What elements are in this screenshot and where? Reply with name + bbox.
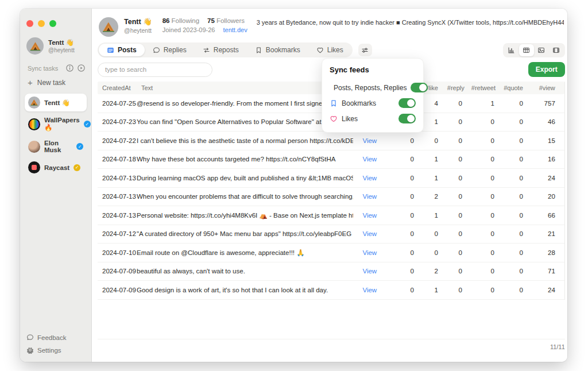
heart-pink-icon [330, 115, 338, 123]
view-image-button[interactable] [534, 44, 549, 56]
cell-view: 20 [532, 193, 564, 200]
cell-quote: 0 [504, 100, 532, 107]
syncx-app-window: Tentt 👋 @heytentt Sync tasks + New task … [20, 9, 567, 362]
pagination: 11/11 [98, 339, 565, 350]
close-window-button[interactable] [26, 20, 33, 27]
cell-bookmark: 0 [386, 230, 423, 237]
cell-quote: 0 [504, 268, 532, 275]
search-input[interactable] [98, 63, 212, 77]
cell-retweet: 0 [471, 268, 504, 275]
view-link[interactable]: View [353, 230, 386, 237]
cell-retweet: 0 [471, 137, 504, 144]
cell-text: Why have these bot accounts targeted me?… [137, 156, 353, 163]
cell-retweet: 0 [471, 175, 504, 181]
cell-view: 28 [532, 249, 564, 256]
tab-label: Reposts [214, 46, 239, 54]
cell-like: 1 [423, 118, 447, 125]
view-link[interactable]: View [353, 249, 386, 256]
cell-created-at: 2024-07-13 [98, 193, 137, 200]
profile-handle: @heytentt [124, 27, 152, 34]
cell-text: During learning macOS app dev, built and… [137, 175, 353, 181]
cell-created-at: 2024-07-12 [98, 230, 137, 237]
cell-bookmark: 0 [386, 212, 423, 219]
cell-view: 71 [532, 268, 564, 275]
view-link[interactable]: View [353, 137, 386, 144]
table-row: 2024-07-12"A curated directory of 950+ M… [98, 225, 564, 244]
cell-reply: 0 [447, 193, 471, 200]
cell-retweet: 0 [471, 249, 504, 256]
view-link[interactable]: View [353, 212, 386, 219]
sidebar-profile: Tentt 👋 @heytentt [26, 37, 87, 55]
cell-retweet: 0 [471, 118, 504, 125]
feedback-button[interactable]: Feedback [26, 334, 67, 341]
tab-bookmarks[interactable]: Bookmarks [247, 44, 308, 56]
website-link[interactable]: tentt.dev [223, 26, 247, 33]
view-link[interactable]: View [353, 193, 386, 200]
sync-task-raycast[interactable]: Raycast✓ [25, 159, 87, 176]
zoom-window-button[interactable] [49, 20, 56, 27]
sync-task-tentt[interactable]: Tentt 👋 [25, 94, 87, 111]
user-avatar [26, 37, 44, 55]
view-switcher [503, 43, 565, 57]
chart-view-icon [508, 47, 515, 54]
cell-created-at: 2024-07-25 [98, 100, 137, 107]
tab-reposts[interactable]: Reposts [195, 44, 247, 56]
tab-posts[interactable]: Posts [99, 44, 145, 56]
view-link[interactable]: View [353, 268, 386, 275]
cell-retweet: 0 [471, 287, 504, 293]
bookmark-blue-icon [330, 99, 338, 107]
sidebar: Tentt 👋 @heytentt Sync tasks + New task … [20, 9, 92, 362]
sync-feed-label: Posts, Reposts, Replies [334, 84, 407, 92]
view-link[interactable]: View [353, 156, 386, 163]
cell-text: @resend is so developer-friendly. From t… [137, 100, 353, 107]
cell-view: 16 [532, 156, 564, 163]
view-chart-button[interactable] [504, 44, 519, 56]
new-task-button[interactable]: + New task [28, 78, 86, 87]
view-table-button[interactable] [519, 44, 534, 56]
tab-likes[interactable]: Likes [308, 44, 351, 56]
cell-like: 1 [423, 212, 447, 219]
toolbar: PostsRepliesRepostsBookmarksLikes [98, 42, 565, 57]
sidebar-profile-name: Tentt 👋 [48, 38, 75, 47]
sync-feeds-filter-button[interactable] [358, 44, 372, 56]
sync-feed-option-posts-reposts-replies: Posts, Reposts, Replies [330, 80, 416, 95]
task-label: Elon Musk [44, 140, 72, 153]
cell-text: "A curated directory of 950+ Mac menu ba… [137, 230, 353, 237]
cell-view: 66 [532, 212, 564, 219]
new-task-label: New task [37, 79, 65, 87]
view-film-button[interactable] [549, 44, 564, 56]
cell-like: 2 [423, 268, 447, 275]
tab-replies[interactable]: Replies [145, 44, 195, 56]
cell-text: I can't believe this is the aesthetic ta… [137, 137, 353, 144]
toggle-switch[interactable] [399, 114, 416, 123]
sync-task-elon-musk[interactable]: Elon Musk✓ [25, 137, 87, 156]
cell-retweet: 0 [471, 193, 504, 200]
info-icon[interactable] [65, 64, 74, 72]
export-button[interactable]: Export [528, 62, 565, 77]
table-view-icon [523, 47, 530, 54]
popover-title: Sync feeds [330, 65, 416, 74]
task-label: WallPapers 🔥 [44, 117, 80, 132]
settings-button[interactable]: Settings [26, 346, 67, 354]
view-link[interactable]: View [353, 175, 386, 181]
table-row: 2024-07-09Good design is a work of art, … [98, 281, 564, 300]
view-link[interactable]: View [353, 287, 386, 293]
tent-avatar [28, 96, 40, 109]
column-header-reply: #reply [447, 84, 471, 91]
cell-quote: 0 [504, 175, 532, 181]
column-header-view: #view [532, 84, 564, 91]
column-header-createdat: CreatedAt [98, 84, 137, 91]
toggle-switch[interactable] [411, 83, 428, 92]
sync-tasks-label: Sync tasks [28, 65, 63, 72]
sync-feed-option-likes: Likes [330, 111, 416, 126]
feedback-label: Feedback [37, 334, 67, 341]
cell-created-at: 2024-07-22 [98, 137, 137, 144]
table-row: 2024-07-18Why have these bot accounts ta… [98, 150, 564, 169]
run-all-icon[interactable] [77, 64, 86, 72]
cell-quote: 0 [504, 249, 532, 256]
column-header-retweet: #retweet [471, 84, 504, 91]
minimize-window-button[interactable] [38, 20, 45, 27]
cell-bookmark: 0 [386, 193, 423, 200]
sync-task-wallpapers[interactable]: WallPapers 🔥✓ [25, 114, 87, 134]
toggle-switch[interactable] [399, 98, 416, 108]
